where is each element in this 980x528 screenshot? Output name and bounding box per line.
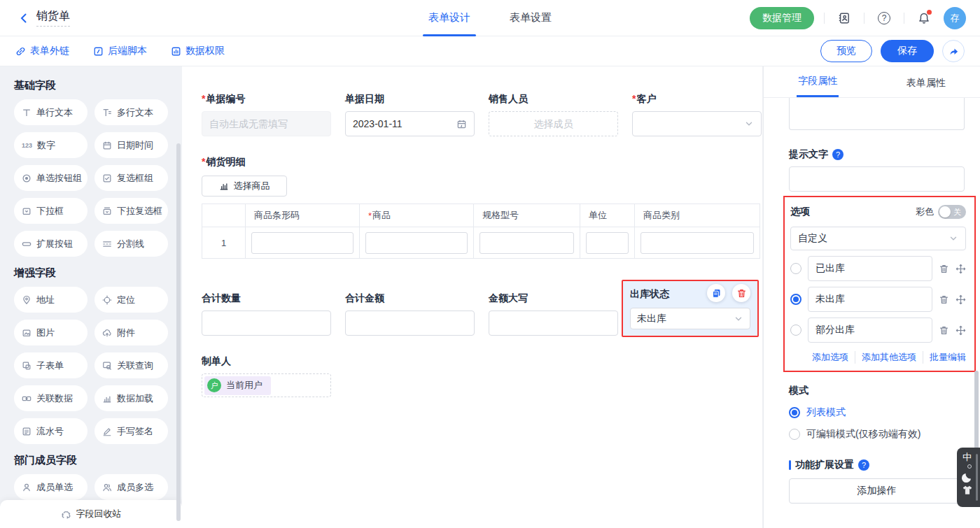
add-option-link[interactable]: 添加选项 <box>806 351 855 364</box>
user-avatar[interactable]: 存 <box>944 7 966 29</box>
back-button[interactable] <box>14 8 34 28</box>
mode-radio[interactable] <box>789 429 800 440</box>
mode-option-editable[interactable]: 可编辑模式(仅移动端有效) <box>789 428 965 441</box>
tab-form-design[interactable]: 表单设计 <box>428 0 470 36</box>
drag-option-icon[interactable] <box>955 264 966 274</box>
field-button-divider[interactable]: 分割线 <box>94 231 168 257</box>
order-number-input[interactable] <box>209 118 323 129</box>
option-source-select[interactable]: 自定义 <box>790 227 966 250</box>
multi-dropdown-icon <box>102 206 112 216</box>
choose-product-button[interactable]: 选择商品 <box>202 176 287 197</box>
delete-option-icon[interactable] <box>939 325 949 336</box>
field-name-input[interactable] <box>789 98 965 130</box>
field-button-related-data[interactable]: 关联数据 <box>14 385 88 411</box>
unit-cell-input[interactable] <box>586 232 629 254</box>
moon-icon[interactable] <box>961 471 973 483</box>
spec-cell-input[interactable] <box>479 232 574 254</box>
field-button-serial-number[interactable]: 流水号 <box>14 418 88 444</box>
field-button-datetime[interactable]: 日期时间 <box>94 132 168 158</box>
option-radio[interactable] <box>790 324 802 336</box>
field-button-member-single[interactable]: 成员单选 <box>14 474 88 500</box>
field-button-member-multi[interactable]: 成员多选 <box>94 474 168 500</box>
floating-widget[interactable]: 中 <box>957 448 980 507</box>
option-radio[interactable] <box>790 294 802 305</box>
field-recycle-bin[interactable]: 字段回收站 <box>0 500 182 528</box>
field-creator[interactable]: 制单人 户 当前用户 <box>202 355 331 397</box>
creator-input[interactable]: 户 当前用户 <box>202 373 331 397</box>
save-button[interactable]: 保存 <box>881 40 934 62</box>
field-total-amount[interactable]: 合计金额 <box>345 292 475 336</box>
field-order-number[interactable]: *单据编号 <box>202 93 331 136</box>
add-operation-button[interactable]: 添加操作 <box>789 478 965 504</box>
selected-field-outbound-status[interactable]: 出库状态 未出库 <box>622 280 759 337</box>
product-cell-input[interactable] <box>365 232 468 254</box>
field-button-single-text[interactable]: 单行文本 <box>14 99 88 125</box>
delete-option-icon[interactable] <box>939 264 949 274</box>
backend-script-link[interactable]: 后端脚本 <box>93 45 147 57</box>
notification-bell-icon[interactable] <box>914 8 934 28</box>
drag-option-icon[interactable] <box>955 325 966 336</box>
delete-option-icon[interactable] <box>939 294 949 305</box>
share-button[interactable] <box>942 40 965 62</box>
field-button-dropdown[interactable]: 下拉框 <box>14 198 88 224</box>
field-total-quantity[interactable]: 合计数量 <box>202 292 331 336</box>
copy-field-button[interactable] <box>707 284 725 302</box>
field-button-number[interactable]: 123数字 <box>14 132 88 158</box>
address-book-icon[interactable] <box>834 8 854 28</box>
field-amount-words[interactable]: 金额大写 <box>489 292 618 336</box>
barcode-cell-input[interactable] <box>251 232 354 254</box>
help-icon[interactable]: ? <box>874 8 894 28</box>
option-text-input[interactable] <box>816 324 925 336</box>
field-button-multi-text[interactable]: 多行文本 <box>94 99 168 125</box>
preview-button[interactable]: 预览 <box>820 40 872 62</box>
language-toggle[interactable]: 中 <box>962 452 972 462</box>
field-button-image[interactable]: 图片 <box>14 320 88 345</box>
shirt-icon[interactable] <box>962 485 973 496</box>
outbound-status-select[interactable]: 未出库 <box>630 308 750 329</box>
option-text-input[interactable] <box>816 263 925 274</box>
field-order-date[interactable]: 单据日期 <box>345 93 475 136</box>
mode-option-list[interactable]: 列表模式 <box>789 406 965 419</box>
hint-text-input[interactable] <box>789 166 965 192</box>
form-external-link[interactable]: 表单外链 <box>15 45 69 57</box>
data-manage-button[interactable]: 数据管理 <box>750 7 814 29</box>
help-badge-icon[interactable]: ? <box>858 459 869 471</box>
batch-edit-link[interactable]: 批量编辑 <box>923 351 966 364</box>
field-button-subform[interactable]: 子表单 <box>14 352 88 378</box>
tab-field-properties[interactable]: 字段属性 <box>764 66 872 97</box>
total-amount-input[interactable] <box>353 317 467 329</box>
field-button-checkbox-group[interactable]: 复选框组 <box>94 165 168 191</box>
category-cell-input[interactable] <box>640 232 754 254</box>
field-button-signature[interactable]: 手写签名 <box>94 418 168 444</box>
delete-field-button[interactable] <box>732 284 750 302</box>
field-button-data-load[interactable]: 数据加载 <box>94 385 168 411</box>
customer-select[interactable] <box>632 111 762 136</box>
option-radio[interactable] <box>790 263 802 274</box>
field-button-multi-dropdown[interactable]: 下拉复选框 <box>94 198 168 224</box>
single-text-icon <box>22 108 31 117</box>
checkbox-icon <box>102 173 112 183</box>
mode-radio[interactable] <box>789 407 800 418</box>
tab-form-settings[interactable]: 表单设置 <box>510 0 552 36</box>
field-button-radio-group[interactable]: 单选按钮组 <box>14 165 88 191</box>
tab-form-properties[interactable]: 表单属性 <box>872 66 980 97</box>
field-button-address[interactable]: 地址 <box>14 287 88 313</box>
order-date-input[interactable] <box>353 118 456 129</box>
drag-option-icon[interactable] <box>955 294 966 305</box>
field-customer[interactable]: *客户 <box>632 93 762 136</box>
add-other-option-link[interactable]: 添加其他选项 <box>855 351 923 364</box>
field-button-related-query[interactable]: 关联查询 <box>94 352 168 378</box>
help-badge-icon[interactable]: ? <box>832 149 844 160</box>
color-toggle-switch[interactable]: 关 <box>938 205 966 219</box>
field-button-attachment[interactable]: 附件 <box>94 320 168 345</box>
sales-person-input[interactable] <box>496 118 610 129</box>
option-text-input[interactable] <box>816 294 925 305</box>
sidebar-scrollbar[interactable] <box>176 143 181 521</box>
amount-words-input[interactable] <box>496 317 610 329</box>
total-quantity-input[interactable] <box>209 317 323 329</box>
form-title[interactable]: 销货单 <box>36 9 70 27</box>
data-permission-link[interactable]: 数据权限 <box>171 45 225 57</box>
field-button-extend-button[interactable]: 扩展按钮 <box>14 231 88 257</box>
field-sales-person[interactable]: 销售人员 <box>489 93 618 136</box>
field-button-locate[interactable]: 定位 <box>94 287 168 313</box>
